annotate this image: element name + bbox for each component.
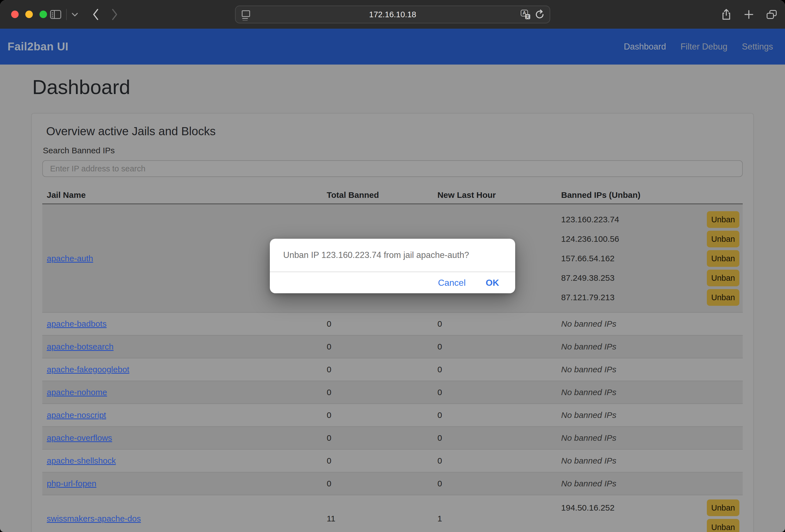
header-jail-name: Jail Name bbox=[42, 186, 322, 203]
total-banned-value: 0 bbox=[322, 404, 433, 426]
total-banned-value: 0 bbox=[322, 427, 433, 449]
total-banned-value: 0 bbox=[322, 381, 433, 403]
jail-link[interactable]: apache-botsearch bbox=[47, 342, 113, 351]
banned-ip-row: 123.160.223.74 Unban bbox=[561, 210, 739, 229]
chevron-down-icon[interactable] bbox=[71, 12, 79, 17]
unban-button[interactable]: Unban bbox=[707, 519, 739, 532]
site-navbar: Fail2ban UI Dashboard Filter Debug Setti… bbox=[0, 29, 785, 65]
banned-ip: 124.236.100.56 bbox=[561, 234, 619, 244]
new-last-hour-value: 0 bbox=[433, 313, 557, 335]
forward-button-icon[interactable] bbox=[111, 8, 119, 21]
total-banned-value: 0 bbox=[322, 473, 433, 495]
unban-button[interactable]: Unban bbox=[707, 270, 739, 286]
url-text: 172.16.10.18 bbox=[236, 10, 550, 19]
close-window-button[interactable] bbox=[11, 10, 19, 18]
sidebar-toggle-icon[interactable] bbox=[50, 10, 61, 19]
unban-button[interactable]: Unban bbox=[707, 250, 739, 267]
search-label: Search Banned IPs bbox=[43, 146, 743, 155]
new-last-hour-value: 0 bbox=[433, 358, 557, 381]
table-row: apache-noscript 0 0 No banned IPs bbox=[42, 403, 743, 426]
no-banned-ips-text: No banned IPs bbox=[561, 387, 616, 397]
share-icon[interactable] bbox=[721, 9, 731, 20]
jail-link[interactable]: apache-badbots bbox=[47, 319, 106, 329]
total-banned-value: 0 bbox=[322, 335, 433, 358]
nav-link-dashboard[interactable]: Dashboard bbox=[624, 42, 666, 52]
no-banned-ips-text: No banned IPs bbox=[561, 479, 616, 488]
banned-ip: 87.121.79.213 bbox=[561, 293, 614, 302]
banned-ip: 123.160.223.74 bbox=[561, 215, 619, 224]
new-last-hour-value: 0 bbox=[433, 381, 557, 403]
banned-ip-row: 87.121.79.213 Unban bbox=[561, 288, 739, 307]
back-button-icon[interactable] bbox=[92, 8, 100, 21]
page-title: Dashboard bbox=[31, 65, 754, 99]
banned-ip-row: 194.50.16.252 Unban bbox=[561, 498, 739, 517]
banned-ip: 157.66.54.162 bbox=[561, 254, 614, 263]
jail-link[interactable]: apache-noscript bbox=[47, 410, 106, 420]
new-last-hour-value: 0 bbox=[433, 335, 557, 358]
new-tab-icon[interactable] bbox=[744, 9, 754, 20]
banned-ip-row: 157.66.54.162 Unban bbox=[561, 249, 739, 268]
new-last-hour-value: 0 bbox=[433, 427, 557, 449]
search-input[interactable] bbox=[42, 160, 743, 177]
no-banned-ips-text: No banned IPs bbox=[561, 319, 616, 329]
browser-toolbar: 172.16.10.18 A文 bbox=[0, 0, 785, 29]
total-banned-value: 0 bbox=[322, 450, 433, 472]
tab-overview-icon[interactable] bbox=[767, 10, 777, 19]
table-header-row: Jail Name Total Banned New Last Hour Ban… bbox=[42, 186, 743, 204]
banned-ip-row: 87.249.38.253 Unban bbox=[561, 268, 739, 288]
table-row: apache-overflows 0 0 No banned IPs bbox=[42, 426, 743, 449]
brand-logo[interactable]: Fail2ban UI bbox=[7, 40, 69, 53]
new-last-hour-value: 1 bbox=[433, 495, 557, 532]
banned-ip-row: 124.236.100.56 Unban bbox=[561, 229, 739, 249]
new-last-hour-value: 0 bbox=[433, 404, 557, 426]
unban-button[interactable]: Unban bbox=[707, 231, 739, 247]
browser-window: 172.16.10.18 A文 bbox=[0, 0, 785, 532]
unban-button[interactable]: Unban bbox=[707, 211, 739, 228]
jail-link[interactable]: apache-auth bbox=[47, 254, 93, 263]
nav-link-filter-debug[interactable]: Filter Debug bbox=[680, 42, 728, 52]
banned-ip: 194.50.16.252 bbox=[561, 503, 614, 512]
table-row: swissmakers-apache-dos 11 1 194.50.16.25… bbox=[42, 495, 743, 532]
jail-link[interactable]: apache-nohome bbox=[47, 387, 107, 397]
table-row: apache-botsearch 0 0 No banned IPs bbox=[42, 335, 743, 358]
no-banned-ips-text: No banned IPs bbox=[561, 365, 616, 374]
zoom-window-button[interactable] bbox=[40, 10, 47, 18]
unban-button[interactable]: Unban bbox=[707, 289, 739, 306]
header-new-last-hour: New Last Hour bbox=[433, 186, 557, 203]
table-row: apache-fakegooglebot 0 0 No banned IPs bbox=[42, 358, 743, 381]
unban-button[interactable]: Unban bbox=[707, 500, 739, 516]
banned-ip: 87.249.38.253 bbox=[561, 273, 614, 283]
no-banned-ips-text: No banned IPs bbox=[561, 410, 616, 420]
total-banned-value: 11 bbox=[322, 495, 433, 532]
jail-link[interactable]: apache-shellshock bbox=[47, 456, 116, 465]
nav-link-settings[interactable]: Settings bbox=[742, 42, 773, 52]
jail-link[interactable]: swissmakers-apache-dos bbox=[47, 514, 141, 523]
table-row: apache-badbots 0 0 No banned IPs bbox=[42, 312, 743, 335]
ok-button[interactable]: OK bbox=[486, 278, 499, 288]
table-row: apache-shellshock 0 0 No banned IPs bbox=[42, 449, 743, 472]
confirm-dialog: Unban IP 123.160.223.74 from jail apache… bbox=[270, 239, 515, 293]
jail-link[interactable]: apache-fakegooglebot bbox=[47, 365, 129, 374]
cancel-button[interactable]: Cancel bbox=[438, 278, 466, 288]
no-banned-ips-text: No banned IPs bbox=[561, 456, 616, 465]
minimize-window-button[interactable] bbox=[25, 10, 33, 18]
jails-table: Jail Name Total Banned New Last Hour Ban… bbox=[42, 186, 743, 532]
card-heading: Overview active Jails and Blocks bbox=[46, 125, 743, 138]
dialog-message: Unban IP 123.160.223.74 from jail apache… bbox=[270, 239, 515, 272]
jail-link[interactable]: php-url-fopen bbox=[47, 479, 96, 488]
nav-links: Dashboard Filter Debug Settings bbox=[624, 42, 773, 52]
new-last-hour-value: 0 bbox=[433, 450, 557, 472]
total-banned-value: 0 bbox=[322, 358, 433, 381]
header-total-banned: Total Banned bbox=[322, 186, 433, 203]
jail-link[interactable]: apache-overflows bbox=[47, 433, 112, 443]
window-controls bbox=[11, 10, 47, 18]
no-banned-ips-text: No banned IPs bbox=[561, 433, 616, 443]
total-banned-value: 0 bbox=[322, 313, 433, 335]
banned-ip-row: Unban bbox=[561, 517, 739, 532]
no-banned-ips-text: No banned IPs bbox=[561, 342, 616, 351]
new-last-hour-value: 0 bbox=[433, 473, 557, 495]
translate-icon[interactable]: A文 bbox=[521, 10, 530, 19]
toolbar-divider bbox=[66, 9, 67, 20]
address-bar[interactable]: 172.16.10.18 A文 bbox=[235, 5, 550, 23]
reload-icon[interactable] bbox=[535, 9, 545, 20]
